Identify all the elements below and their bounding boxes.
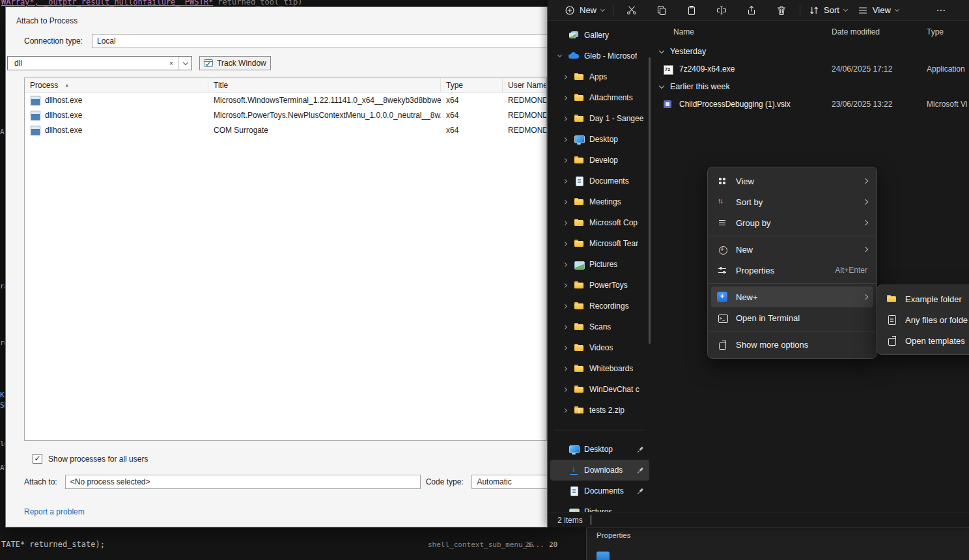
context-menu-show-more-options[interactable]: Show more options [711, 334, 873, 355]
chevron-right-icon[interactable] [562, 158, 567, 162]
sidebar-item-downloads-pinned[interactable]: Downloads [550, 460, 649, 481]
context-menu-sort-by[interactable]: Sort by [711, 191, 873, 212]
nav-scrollbar[interactable] [649, 57, 651, 344]
column-header-type[interactable]: Type [441, 78, 503, 92]
clear-filter-icon[interactable]: × [164, 59, 178, 67]
context-menu-open-in-terminal[interactable]: Open in Terminal [711, 307, 873, 328]
chevron-right-icon[interactable] [562, 137, 567, 141]
sidebar-item[interactable]: Documents [550, 171, 649, 191]
filter-dropdown-button[interactable] [178, 57, 191, 70]
sidebar-item[interactable]: tests 2.zip [550, 400, 649, 421]
sidebar-item-label: Attachments [589, 93, 633, 102]
sidebar-item-desktop-pinned[interactable]: Desktop [550, 439, 649, 460]
sidebar-item[interactable]: Desktop [550, 129, 649, 150]
track-window-button[interactable]: Track Window [199, 56, 271, 70]
filter-value: dll [8, 59, 164, 68]
process-row[interactable]: dllhost.exe Microsoft.WindowsTerminal_1.… [25, 92, 546, 107]
chevron-right-icon[interactable] [562, 116, 567, 120]
context-menu-group-by[interactable]: Group by [711, 212, 873, 233]
submenu-example-folder[interactable]: Example folder [880, 288, 969, 309]
sort-button[interactable]: Sort [804, 2, 852, 19]
chevron-down-icon[interactable] [557, 53, 561, 57]
copy-button[interactable] [647, 2, 677, 19]
sidebar-item[interactable]: Day 1 - Sangee [550, 108, 649, 129]
group-header-earlier-this-week[interactable]: Earlier this week [652, 78, 969, 95]
sidebar-item[interactable]: Scans [550, 316, 649, 337]
chevron-right-icon[interactable] [562, 366, 567, 371]
process-filter-input[interactable]: dll × [7, 56, 192, 70]
sidebar-item[interactable]: Videos [550, 337, 649, 358]
chevron-right-icon[interactable] [562, 262, 567, 266]
sidebar-item-label: WinDevChat c [589, 385, 639, 394]
sidebar-item[interactable]: Microsoft Tear [550, 233, 649, 254]
sidebar-item[interactable]: PowerToys [550, 275, 649, 296]
chevron-right-icon[interactable] [562, 199, 567, 204]
file-row-7z[interactable]: 7z2409-x64.exe 24/06/2025 17:12 Applicat… [652, 60, 969, 78]
context-menu-properties[interactable]: Properties Alt+Enter [711, 260, 873, 281]
sidebar-item-label: Scans [589, 322, 611, 331]
paste-button[interactable] [677, 2, 707, 19]
chevron-right-icon[interactable] [562, 408, 567, 412]
sidebar-item-documents-pinned[interactable]: Documents [550, 481, 649, 501]
sidebar-item-onedrive[interactable]: Gleb - Microsof [550, 46, 649, 66]
code-type-dropdown[interactable]: Automatic [471, 475, 548, 489]
attach-to-input[interactable]: <No process selected> [65, 475, 421, 489]
view-button[interactable]: View [852, 2, 904, 19]
group-header-yesterday[interactable]: Yesterday [652, 43, 969, 60]
share-button[interactable] [737, 2, 766, 19]
sidebar-item-label: Downloads [584, 466, 623, 475]
chevron-right-icon[interactable] [562, 283, 567, 287]
sidebar-item[interactable]: Microsoft Cop [550, 212, 649, 233]
column-header-process[interactable]: Process▲ [25, 78, 208, 92]
sidebar-item[interactable]: Apps [550, 66, 649, 87]
rename-button[interactable] [707, 2, 737, 19]
sidebar-item[interactable]: Meetings [550, 191, 649, 212]
file-row-vsix[interactable]: ChildProcessDebugging (1).vsix 23/06/202… [652, 95, 969, 113]
new-button[interactable]: New [559, 2, 610, 19]
submenu-open-templates[interactable]: Open templates [880, 330, 969, 351]
sidebar-item[interactable]: Recordings [550, 296, 649, 316]
chevron-right-icon[interactable] [562, 324, 567, 329]
column-header-type[interactable]: Type [927, 27, 944, 36]
sidebar-item[interactable]: Pictures [550, 254, 649, 275]
context-menu-view[interactable]: View [711, 171, 873, 191]
process-user: REDMOND [503, 111, 546, 120]
process-row[interactable]: dllhost.exe Microsoft.PowerToys.NewPlusC… [25, 107, 546, 122]
more-options-button[interactable] [931, 2, 951, 19]
column-header-name[interactable]: Name [673, 27, 694, 36]
chevron-right-icon[interactable] [562, 241, 567, 245]
sort-button-label: Sort [824, 5, 839, 15]
report-problem-link[interactable]: Report a problem [24, 507, 85, 516]
sidebar-item-label: Documents [584, 486, 624, 496]
chevron-right-icon[interactable] [562, 387, 567, 391]
chevron-right-icon[interactable] [562, 303, 567, 308]
column-header-title[interactable]: Title [208, 78, 441, 92]
process-row[interactable]: dllhost.exe COM Surrogate x64 REDMOND [25, 122, 546, 137]
sidebar-item-gallery[interactable]: Gallery [550, 25, 649, 46]
process-title: Microsoft.WindowsTerminal_1.22.11141.0_x… [208, 96, 441, 105]
sidebar-item-icon [574, 197, 584, 207]
chevron-right-icon[interactable] [562, 220, 567, 225]
column-header-date-modified[interactable]: Date modified [832, 27, 880, 36]
sidebar-item[interactable]: Whiteboards [550, 358, 649, 379]
sidebar-item-icon [574, 238, 584, 249]
menu-shortcut: Alt+Enter [835, 266, 867, 275]
column-header-user[interactable]: User Name [503, 78, 546, 92]
sidebar-item-pictures-pinned[interactable]: Pictures [550, 501, 649, 512]
code-type-label: Code type: [426, 477, 472, 486]
cut-button[interactable] [617, 2, 647, 19]
submenu-any-files[interactable]: Any files or folde [880, 309, 969, 330]
chevron-right-icon[interactable] [562, 74, 567, 79]
connection-type-dropdown[interactable]: Local [92, 34, 548, 48]
sidebar-item[interactable]: Attachments [550, 87, 649, 108]
chevron-right-icon[interactable] [562, 95, 567, 100]
chevron-right-icon[interactable] [562, 345, 567, 350]
sidebar-item[interactable]: Develop [550, 150, 649, 171]
delete-button[interactable] [766, 2, 796, 19]
process-name: dllhost.exe [45, 111, 82, 120]
chevron-right-icon[interactable] [562, 178, 567, 183]
context-menu-new[interactable]: New [711, 239, 873, 260]
sidebar-item[interactable]: WinDevChat c [550, 379, 649, 400]
show-all-users-checkbox[interactable]: ✓ [33, 454, 42, 464]
context-menu-new-plus[interactable]: New+ [711, 287, 873, 307]
